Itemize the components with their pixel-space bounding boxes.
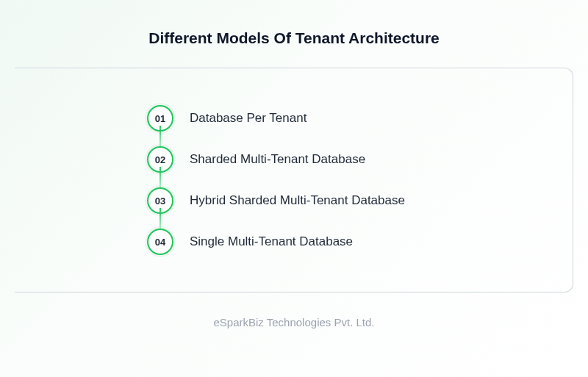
number-badge: 04 bbox=[147, 229, 173, 255]
badge-number: 02 bbox=[155, 154, 165, 165]
item-label: Database Per Tenant bbox=[190, 111, 306, 126]
list-item: 04 Single Multi-Tenant Database bbox=[147, 221, 543, 262]
number-badge: 02 bbox=[147, 146, 173, 173]
list-item: 02 Sharded Multi-Tenant Database bbox=[147, 139, 543, 180]
page-title: Different Models Of Tenant Architecture bbox=[15, 29, 573, 47]
item-label: Hybrid Sharded Multi-Tenant Database bbox=[190, 193, 405, 208]
badge-number: 03 bbox=[155, 195, 165, 207]
badge-number: 01 bbox=[155, 113, 165, 124]
list-item: 03 Hybrid Sharded Multi-Tenant Database bbox=[147, 180, 543, 221]
list-item: 01 Database Per Tenant bbox=[147, 98, 543, 139]
diagram-container: Different Models Of Tenant Architecture … bbox=[15, 13, 573, 292]
number-badge: 01 bbox=[147, 105, 173, 132]
item-label: Sharded Multi-Tenant Database bbox=[190, 152, 365, 167]
footer-attribution: eSparkBiz Technologies Pvt. Ltd. bbox=[213, 316, 374, 328]
content-frame: 01 Database Per Tenant 02 Sharded Multi-… bbox=[15, 68, 573, 292]
badge-number: 04 bbox=[155, 237, 165, 248]
item-label: Single Multi-Tenant Database bbox=[190, 234, 353, 249]
model-list: 01 Database Per Tenant 02 Sharded Multi-… bbox=[147, 98, 543, 262]
number-badge: 03 bbox=[147, 187, 173, 214]
